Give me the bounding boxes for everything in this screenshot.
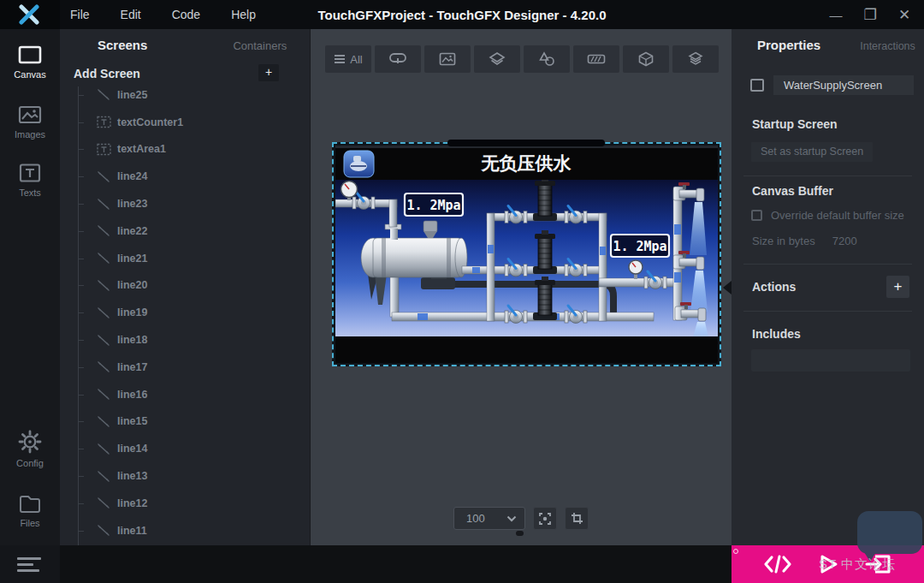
rail-item-images[interactable]: Images [0,104,60,140]
text-widget-icon [97,116,111,128]
screen-title: 无负压供水 [481,153,572,173]
progress-bar-icon [587,53,606,65]
maximize-button[interactable]: ❐ [862,6,878,24]
tree-item-line16[interactable]: line16 [60,381,311,408]
widget-tree: line25 textCounter1 textArea1 [60,81,311,544]
screen-name-field[interactable]: WaterSupplyScreen [773,75,914,95]
screens-panel: Screens Containers Add Screen + line25 [60,29,311,545]
collapse-panel-arrow[interactable] [723,281,732,294]
menu-file[interactable]: File [70,8,90,21]
tree-item-textArea1[interactable]: textArea1 [60,136,311,164]
tree-item-textCounter1[interactable]: textCounter1 [60,109,311,136]
startup-screen-heading: Startup Screen [752,117,838,131]
canvas-buffer-heading: Canvas Buffer [752,184,833,198]
shapes-icon [537,51,556,67]
tab-screens[interactable]: Screens [98,38,147,52]
layer-stack-icon [687,51,704,67]
svg-text:1. 2Mpa: 1. 2Mpa [613,239,666,254]
app-logo[interactable] [0,0,60,29]
rail-item-texts[interactable]: Texts [0,163,60,198]
rail-label-config: Config [16,458,44,468]
canvas-zoom-controls: 100 [453,507,589,530]
menu-edit[interactable]: Edit [121,8,141,21]
tree-item-line19[interactable]: line19 [60,299,311,326]
set-startup-screen-button[interactable]: Set as startup Screen [751,142,873,162]
scrollbar-thumb[interactable] [516,531,524,536]
widget-category-shapes[interactable] [524,45,570,73]
widget-toolbar: All [325,45,719,73]
selection-handle-pill[interactable] [447,140,605,146]
tree-item-line17[interactable]: line17 [60,354,311,381]
tree-item-line25[interactable]: line25 [60,81,311,109]
tab-properties[interactable]: Properties [757,38,820,52]
canvas-area: All [311,29,732,545]
log-lines-icon [17,554,43,575]
tree-item-line18[interactable]: line18 [60,326,311,354]
generate-code-button[interactable] [763,554,792,574]
tree-item-line24[interactable]: line24 [60,163,311,190]
tree-item-line11[interactable]: line11 [60,517,311,544]
screen-preview[interactable]: 1. 2Mpa 1. 2Mpa 无负压供水 [335,146,718,363]
zoom-level-select[interactable]: 100 [453,507,525,530]
add-screen-button[interactable]: + [258,64,279,81]
line-widget-icon [97,252,111,265]
line-widget-icon [97,443,111,455]
center-canvas-button[interactable] [533,507,557,530]
widget-category-misc[interactable] [623,45,669,73]
design-artboard[interactable]: 1. 2Mpa 1. 2Mpa 无负压供水 [332,142,721,366]
zoom-level-value: 100 [466,512,485,525]
crop-icon [571,512,583,525]
tree-item-line20[interactable]: line20 [60,272,311,300]
tree-item-line23[interactable]: line23 [60,190,311,217]
tree-item-line13[interactable]: line13 [60,462,311,490]
chevron-down-icon [506,515,517,522]
window-controls: — ❐ ✕ [828,0,912,29]
rail-label-images: Images [15,129,45,140]
cube-icon [637,51,654,67]
tree-item-line22[interactable]: line22 [60,217,311,245]
menubar: File Edit Code Help [70,0,256,29]
size-in-bytes-label: Size in bytes [752,235,815,247]
line-widget-icon [97,224,111,237]
touchgfx-designer-window: File Edit Code Help TouchGFXProject - To… [0,0,924,583]
widget-category-images[interactable] [424,45,471,73]
widget-category-progress[interactable] [573,45,619,73]
includes-input[interactable] [751,349,910,372]
menu-help[interactable]: Help [231,8,256,21]
watermark-text: ST 中文论坛 [819,556,896,573]
bottom-bar [0,545,924,583]
tab-containers[interactable]: Containers [233,39,287,52]
watermark-bubble-logo [857,511,922,554]
line-widget-icon [97,497,111,509]
tab-interactions[interactable]: Interactions [860,40,915,52]
line-widget-icon [97,524,111,537]
close-button[interactable]: ✕ [897,6,912,24]
rail-label-files: Files [20,518,39,528]
pressure-label-right[interactable]: 1. 2Mpa [611,235,669,257]
widget-category-containers[interactable] [474,45,520,73]
section-divider [743,264,912,265]
fit-crop-button[interactable] [565,507,589,530]
widget-category-buttons[interactable] [375,45,421,73]
tree-item-line15[interactable]: line15 [60,408,311,436]
rail-item-config[interactable]: Config [0,430,60,468]
rail-item-canvas[interactable]: Canvas [0,45,60,80]
pressure-label-left[interactable]: 1. 2Mpa [405,193,463,216]
images-icon [17,104,43,125]
tree-item-line12[interactable]: line12 [60,490,311,517]
widget-category-custom[interactable] [672,45,719,73]
rail-item-files[interactable]: Files [0,493,60,528]
menu-code[interactable]: Code [172,8,200,21]
log-toggle-button[interactable] [0,545,60,583]
add-action-button[interactable]: + [886,276,909,298]
tree-item-line14[interactable]: line14 [60,435,311,462]
rail-label-canvas: Canvas [14,69,45,80]
widget-filter-all-button[interactable]: All [325,45,371,73]
screen-select-checkbox[interactable] [750,79,764,92]
tree-item-line21[interactable]: line21 [60,245,311,272]
override-buffer-checkbox[interactable] [751,210,762,221]
canvas-icon [17,45,43,65]
left-rail: Canvas Images Texts [0,29,60,545]
minimize-button[interactable]: — [828,8,844,22]
config-gear-icon [17,430,43,454]
